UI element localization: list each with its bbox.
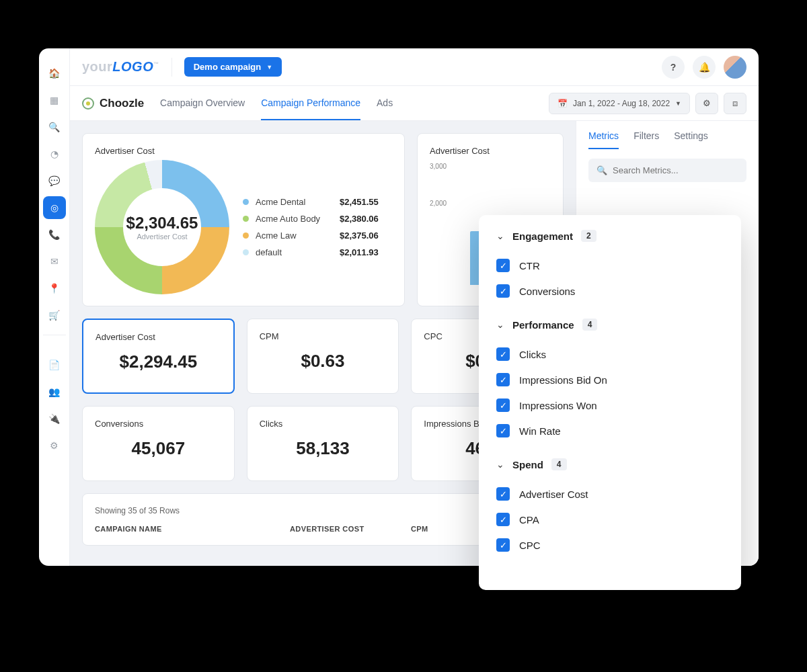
cart-icon[interactable]: 🛒	[43, 304, 66, 327]
gear-icon[interactable]: ⚙	[43, 434, 66, 457]
notifications-button[interactable]: 🔔	[693, 56, 716, 79]
metric-option-label: CTR	[519, 260, 540, 271]
metric-card[interactable]: Advertiser Cost$2,294.45	[82, 319, 235, 394]
campaign-selector-label: Demo campaign	[194, 62, 261, 72]
share-button[interactable]: ⧈	[724, 93, 746, 114]
metric-group-header[interactable]: ⌄ Spend 4	[496, 458, 724, 470]
metric-option-label: Clicks	[519, 349, 546, 360]
sub-bar: Choozle Campaign Overview Campaign Perfo…	[70, 86, 759, 121]
bar-chart-title: Advertiser Cost	[430, 146, 551, 156]
metrics-dropdown: ⌄ Engagement 2 ✓ CTR ✓ Conversions ⌄ Per…	[479, 215, 741, 590]
metric-group-title: Engagement	[512, 230, 573, 242]
checkbox-checked-icon[interactable]: ✓	[496, 347, 510, 361]
metric-option[interactable]: ✓ Clicks	[496, 341, 724, 367]
donut-title: Advertiser Cost	[95, 146, 392, 156]
chart-icon[interactable]: ◔	[43, 142, 66, 165]
metric-option[interactable]: ✓ Impressions Won	[496, 392, 724, 418]
brand-icon	[82, 97, 94, 110]
metric-label: Advertiser Cost	[95, 332, 221, 342]
metric-group-header[interactable]: ⌄ Engagement 2	[496, 230, 724, 242]
metric-value: $2,294.45	[95, 351, 221, 372]
checkbox-checked-icon[interactable]: ✓	[496, 398, 510, 412]
avatar[interactable]	[724, 56, 746, 79]
panel-tab-filters[interactable]: Filters	[633, 130, 659, 149]
target-icon[interactable]: ◎	[43, 196, 66, 219]
tab-campaign-performance[interactable]: Campaign Performance	[261, 87, 360, 120]
metric-group-count: 4	[551, 458, 567, 470]
home-icon[interactable]: 🏠	[43, 62, 66, 85]
chat-icon[interactable]: 💬	[43, 169, 66, 192]
plug-icon[interactable]: 🔌	[43, 407, 66, 430]
panel-tab-settings[interactable]: Settings	[674, 130, 708, 149]
metric-option-label: Advertiser Cost	[519, 489, 588, 500]
date-range-label: Jan 1, 2022 - Aug 18, 2022	[573, 99, 670, 108]
metric-option[interactable]: ✓ Win Rate	[496, 418, 724, 444]
chevron-down-icon: ▼	[675, 100, 681, 107]
metric-option[interactable]: ✓ CPC	[496, 532, 724, 558]
metric-card[interactable]: Conversions45,067	[82, 406, 235, 481]
metric-value: $0.63	[260, 351, 387, 372]
file-icon[interactable]: 📄	[43, 353, 66, 376]
metric-option[interactable]: ✓ Conversions	[496, 278, 724, 304]
legend-item: Acme Auto Body$2,380.06	[243, 214, 379, 224]
checkbox-checked-icon[interactable]: ✓	[496, 424, 510, 437]
metric-option[interactable]: ✓ Advertiser Cost	[496, 481, 724, 507]
metric-option[interactable]: ✓ Impressions Bid On	[496, 367, 724, 392]
help-button[interactable]: ?	[662, 56, 685, 79]
mail-icon[interactable]: ✉	[43, 250, 66, 273]
metrics-search[interactable]: 🔍	[588, 159, 746, 182]
metric-group: ⌄ Spend 4 ✓ Advertiser Cost ✓ CPA ✓ CPC	[496, 458, 724, 558]
checkbox-checked-icon[interactable]: ✓	[496, 513, 510, 526]
checkbox-checked-icon[interactable]: ✓	[496, 259, 510, 272]
metric-option-label: CPA	[519, 514, 539, 526]
table-header[interactable]: CAMPAIGN NAME	[95, 525, 263, 533]
metric-group-count: 4	[582, 319, 598, 331]
checkbox-checked-icon[interactable]: ✓	[496, 373, 510, 386]
metric-group-header[interactable]: ⌄ Performance 4	[496, 319, 724, 331]
donut-chart: $2,304.65 Advertiser Cost	[95, 160, 229, 294]
donut-chart-card: Advertiser Cost $2,304.65 Advertiser Cos…	[82, 133, 405, 306]
tab-ads[interactable]: Ads	[377, 87, 393, 120]
metric-option-label: Impressions Won	[519, 400, 597, 411]
table-header[interactable]: CPM	[411, 525, 428, 533]
bar-tick: 3,000	[430, 163, 551, 170]
metric-group-title: Spend	[512, 459, 543, 470]
chevron-down-icon: ⌄	[496, 319, 504, 330]
metric-value: 58,133	[260, 438, 387, 459]
metric-option[interactable]: ✓ CPA	[496, 507, 724, 532]
legend-item: default$2,011.93	[243, 247, 379, 257]
logo: yourLOGO™	[82, 59, 159, 75]
metric-group-title: Performance	[512, 319, 574, 331]
date-range-picker[interactable]: 📅 Jan 1, 2022 - Aug 18, 2022 ▼	[549, 93, 690, 114]
campaign-selector-button[interactable]: Demo campaign ▼	[184, 57, 282, 77]
advertiser-brand: Choozle	[82, 97, 144, 110]
calendar-icon: 📅	[558, 99, 568, 108]
metric-group: ⌄ Performance 4 ✓ Clicks ✓ Impressions B…	[496, 319, 724, 444]
tab-campaign-overview[interactable]: Campaign Overview	[160, 87, 245, 120]
chevron-down-icon: ▼	[266, 64, 272, 71]
search-icon[interactable]: 🔍	[43, 116, 66, 138]
metric-option-label: CPC	[519, 540, 541, 551]
checkbox-checked-icon[interactable]: ✓	[496, 538, 510, 552]
metric-group-count: 2	[581, 230, 597, 242]
top-bar: yourLOGO™ Demo campaign ▼ ? 🔔	[70, 48, 759, 86]
checkbox-checked-icon[interactable]: ✓	[496, 487, 510, 501]
metric-group: ⌄ Engagement 2 ✓ CTR ✓ Conversions	[496, 230, 724, 304]
chevron-down-icon: ⌄	[496, 459, 504, 470]
chevron-down-icon: ⌄	[496, 230, 504, 241]
metric-card[interactable]: Clicks58,133	[247, 406, 399, 481]
users-icon[interactable]: 👥	[43, 380, 66, 403]
checkbox-checked-icon[interactable]: ✓	[496, 284, 510, 298]
metric-label: Conversions	[95, 419, 222, 429]
table-header[interactable]: ADVERTISER COST	[290, 525, 384, 533]
donut-center-value: $2,304.65	[126, 214, 198, 233]
metric-card[interactable]: CPM$0.63	[247, 319, 399, 394]
phone-icon[interactable]: 📞	[43, 223, 66, 246]
apps-icon[interactable]: ▦	[43, 89, 66, 112]
metric-option[interactable]: ✓ CTR	[496, 253, 724, 278]
panel-tab-metrics[interactable]: Metrics	[588, 130, 619, 149]
metric-option-label: Impressions Bid On	[519, 374, 607, 386]
settings-sliders-button[interactable]: ⚙	[695, 93, 718, 114]
metrics-search-input[interactable]	[613, 165, 738, 175]
pin-icon[interactable]: 📍	[43, 277, 66, 300]
